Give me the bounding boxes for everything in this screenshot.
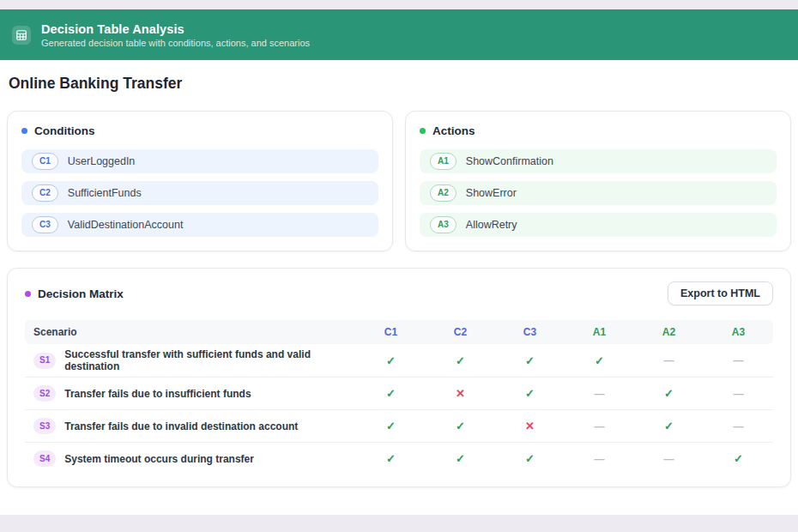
action-id-badge: A2 — [430, 184, 456, 202]
matrix-cell: ✓ — [495, 452, 565, 465]
condition-label: SufficientFunds — [68, 187, 142, 199]
matrix-cell: — — [565, 420, 634, 432]
action-label: ShowError — [466, 187, 517, 199]
actions-list: A1 ShowConfirmation A2 ShowError A3 Allo… — [420, 149, 777, 237]
matrix-cell: ✓ — [356, 452, 426, 465]
actions-card: Actions A1 ShowConfirmation A2 ShowError… — [405, 111, 791, 251]
matrix-cell: ✓ — [356, 420, 426, 432]
conditions-bullet-icon — [21, 128, 27, 134]
action-label: AllowRetry — [466, 219, 517, 231]
condition-id-badge: C2 — [32, 184, 58, 202]
export-to-html-button[interactable]: Export to HTML — [668, 281, 773, 305]
matrix-bullet-icon — [25, 291, 31, 297]
matrix-cell: — — [634, 354, 704, 366]
matrix-cell: ✓ — [426, 354, 495, 367]
page-title: Online Banking Transfer — [9, 75, 791, 93]
matrix-cell: — — [634, 453, 704, 465]
matrix-cell: ✓ — [426, 420, 495, 432]
scenario-column-header: Scenario — [25, 326, 356, 338]
table-row: S4 System timeout occurs during transfer… — [25, 442, 773, 475]
decision-table-icon — [12, 26, 31, 45]
matrix-cell: — — [565, 453, 634, 465]
matrix-title: Decision Matrix — [38, 287, 124, 300]
actions-title: Actions — [432, 124, 475, 137]
app-title: Decision Table Analysis — [41, 22, 310, 36]
cards-row: Conditions C1 UserLoggedIn C2 Sufficient… — [7, 111, 791, 251]
conditions-title: Conditions — [34, 124, 95, 137]
matrix-cell: ✓ — [495, 387, 565, 400]
matrix-cell: — — [565, 388, 634, 400]
matrix-cell: ✓ — [634, 387, 704, 400]
column-header-c2: C2 — [426, 326, 495, 338]
column-header-c1: C1 — [356, 326, 426, 338]
condition-item: C1 UserLoggedIn — [21, 149, 378, 173]
action-id-badge: A1 — [430, 153, 456, 170]
condition-label: ValidDestinationAccount — [68, 219, 184, 231]
action-item: A2 ShowError — [420, 181, 777, 205]
condition-id-badge: C1 — [32, 153, 58, 170]
action-item: A3 AllowRetry — [420, 213, 777, 237]
matrix-cell: ✓ — [704, 452, 773, 465]
condition-label: UserLoggedIn — [68, 155, 136, 167]
scenario-id-badge: S2 — [33, 385, 56, 402]
scenario-label: Successful transfer with sufficient fund… — [64, 348, 356, 372]
matrix-cell: ✕ — [495, 420, 565, 432]
action-id-badge: A3 — [430, 216, 456, 233]
action-label: ShowConfirmation — [466, 155, 553, 167]
matrix-cell: ✕ — [426, 387, 495, 400]
condition-id-badge: C3 — [32, 216, 58, 233]
decision-matrix-table: Scenario C1 C2 C3 A1 A2 A3 S1 Successful… — [25, 320, 773, 475]
scenario-id-badge: S1 — [33, 353, 56, 369]
matrix-cell: ✓ — [356, 354, 426, 367]
conditions-list: C1 UserLoggedIn C2 SufficientFunds C3 Va… — [21, 149, 378, 237]
column-header-a3: A3 — [704, 326, 773, 338]
column-header-a1: A1 — [565, 326, 634, 338]
table-row: S1 Successful transfer with sufficient f… — [25, 344, 773, 377]
matrix-cell: ✓ — [495, 354, 565, 367]
scenario-label: System timeout occurs during transfer — [64, 453, 254, 465]
table-header-row: Scenario C1 C2 C3 A1 A2 A3 — [25, 320, 773, 344]
conditions-card: Conditions C1 UserLoggedIn C2 Sufficient… — [7, 111, 393, 251]
app-subtitle: Generated decision table with conditions… — [41, 38, 310, 48]
condition-item: C2 SufficientFunds — [21, 181, 378, 205]
matrix-cell: — — [704, 420, 773, 432]
table-row: S3 Transfer fails due to invalid destina… — [25, 409, 773, 442]
scenario-id-badge: S4 — [33, 450, 56, 467]
matrix-cell: ✓ — [565, 354, 634, 367]
scenario-label: Transfer fails due to insufficient funds — [64, 388, 251, 400]
actions-bullet-icon — [420, 128, 426, 134]
table-row: S2 Transfer fails due to insufficient fu… — [25, 377, 773, 409]
column-header-c3: C3 — [495, 326, 565, 338]
page: Decision Table Analysis Generated decisi… — [0, 9, 798, 515]
app-header: Decision Table Analysis Generated decisi… — [0, 9, 798, 60]
condition-item: C3 ValidDestinationAccount — [21, 213, 378, 237]
decision-matrix-card: Decision Matrix Export to HTML Scenario … — [7, 268, 791, 487]
matrix-cell: — — [704, 388, 773, 400]
matrix-cell: ✓ — [426, 452, 495, 465]
content: Online Banking Transfer Conditions C1 Us… — [0, 75, 798, 487]
column-header-a2: A2 — [634, 326, 704, 338]
matrix-cell: ✓ — [356, 387, 426, 400]
scenario-id-badge: S3 — [33, 418, 56, 434]
matrix-cell: — — [704, 354, 773, 366]
scenario-label: Transfer fails due to invalid destinatio… — [64, 420, 298, 432]
action-item: A1 ShowConfirmation — [420, 149, 777, 173]
matrix-cell: ✓ — [634, 420, 704, 432]
